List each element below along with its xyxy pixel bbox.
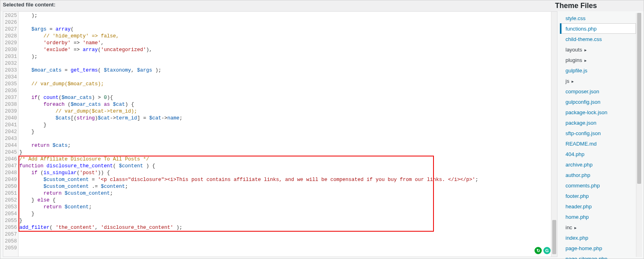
file-item-archive-php[interactable]: archive.php: [561, 159, 636, 170]
file-item-label: archive.php: [566, 162, 592, 168]
line-number: 2029: [3, 40, 17, 47]
code-line[interactable]: add_filter( 'the_content', 'disclosure_t…: [19, 224, 551, 231]
file-item-comments-php[interactable]: comments.php: [561, 180, 636, 191]
file-item-page-sitemap-php[interactable]: page-sitemap.php: [561, 253, 636, 259]
line-number: 2052: [3, 197, 17, 204]
chevron-right-icon: ▸: [574, 225, 577, 230]
scrollbar-thumb[interactable]: [637, 13, 641, 184]
code-line[interactable]: );: [19, 53, 551, 60]
code-line[interactable]: }: [19, 211, 551, 218]
file-item-label: index.php: [566, 235, 588, 241]
file-item-gulpfile-js[interactable]: gulpfile.js: [561, 65, 636, 76]
line-number: 2028: [3, 33, 17, 40]
code-line[interactable]: [19, 60, 551, 67]
editor-float-icons: ↻ G: [535, 247, 551, 254]
file-item-label: layouts: [566, 47, 582, 53]
folder-item-plugins[interactable]: plugins ▸: [561, 55, 636, 65]
line-number: 2059: [3, 245, 17, 252]
code-line[interactable]: /* Add Affiliate Disclosure To All Posts…: [19, 156, 551, 163]
code-line[interactable]: [19, 74, 551, 81]
line-number: 2035: [3, 81, 17, 88]
line-number: 2027: [3, 26, 17, 33]
code-line[interactable]: 'orderby' => 'name',: [19, 40, 551, 47]
file-item-index-php[interactable]: index.php: [561, 232, 636, 243]
file-item-author-php[interactable]: author.php: [561, 170, 636, 180]
line-number: 2043: [3, 136, 17, 142]
file-item-gulpconfig-json[interactable]: gulpconfig.json: [561, 97, 636, 107]
line-number: 2026: [3, 19, 17, 26]
line-number: 2031: [3, 53, 17, 60]
code-line[interactable]: [19, 19, 551, 26]
file-item-child-theme-css[interactable]: child-theme.css: [561, 34, 636, 44]
line-number: 2047: [3, 163, 17, 170]
code-line[interactable]: [19, 231, 551, 238]
theme-files-title: Theme Files: [555, 2, 641, 10]
file-item-readme-md[interactable]: README.md: [561, 138, 636, 149]
file-item-sftp-config-json[interactable]: sftp-config.json: [561, 128, 636, 138]
file-item-label: footer.php: [566, 193, 589, 199]
grammarly-icon[interactable]: G: [543, 247, 551, 254]
code-scroll-area[interactable]: ); $args = array( // 'hide_empty' => fal…: [19, 12, 551, 257]
file-item-label: author.php: [566, 172, 590, 178]
code-line[interactable]: // var_dump($moar_cats);: [19, 81, 551, 88]
line-number: 2045: [3, 149, 17, 156]
code-editor[interactable]: 2025202620272028202920302031203220332034…: [3, 11, 557, 257]
scrollbar-thumb[interactable]: [552, 220, 556, 254]
sidebar-vertical-scrollbar[interactable]: [636, 13, 642, 257]
folder-item-js[interactable]: js ▸: [561, 76, 636, 86]
file-item-label: sftp-config.json: [566, 130, 601, 136]
code-line[interactable]: [19, 245, 551, 252]
file-item-404-php[interactable]: 404.php: [561, 149, 636, 159]
file-item-footer-php[interactable]: footer.php: [561, 191, 636, 201]
code-line[interactable]: [19, 88, 551, 95]
line-number: 2046: [3, 156, 17, 163]
code-line[interactable]: } else {: [19, 197, 551, 204]
code-line[interactable]: 'exclude' => array('uncategorized'),: [19, 47, 551, 53]
code-line[interactable]: if (is_singular('post')) {: [19, 170, 551, 177]
file-item-label: header.php: [566, 204, 592, 210]
code-line[interactable]: [19, 136, 551, 142]
code-line[interactable]: $cats[(string)$cat->term_id] = $cat->nam…: [19, 115, 551, 122]
file-item-package-json[interactable]: package.json: [561, 117, 636, 128]
code-line[interactable]: foreach ($moar_cats as $cat) {: [19, 101, 551, 108]
theme-files-sidebar: style.cssfunctions.phpchild-theme.csslay…: [561, 13, 642, 257]
code-line[interactable]: // 'hide_empty' => false,: [19, 33, 551, 40]
code-line[interactable]: $custom_content = '<p class="disclosure"…: [19, 177, 551, 183]
file-item-composer-json[interactable]: composer.json: [561, 86, 636, 97]
code-line[interactable]: $custom_content .= $content;: [19, 183, 551, 190]
file-item-home-php[interactable]: home.php: [561, 212, 636, 222]
file-item-header-php[interactable]: header.php: [561, 201, 636, 212]
code-line[interactable]: }: [19, 149, 551, 156]
refresh-icon[interactable]: ↻: [535, 247, 542, 254]
file-item-package-lock-json[interactable]: package-lock.json: [561, 107, 636, 117]
editor-header: Selected file content: Theme Files: [0, 0, 644, 11]
folder-item-inc[interactable]: inc ▸: [561, 222, 636, 232]
code-line[interactable]: return $content;: [19, 204, 551, 211]
file-item-page-home-php[interactable]: page-home.php: [561, 243, 636, 253]
file-item-functions-php[interactable]: functions.php: [561, 23, 636, 34]
file-item-label: gulpfile.js: [566, 68, 587, 74]
code-line[interactable]: return $custom_content;: [19, 190, 551, 197]
file-item-style-css[interactable]: style.css: [561, 13, 636, 23]
code-line[interactable]: );: [19, 12, 551, 19]
folder-item-layouts[interactable]: layouts ▸: [561, 44, 636, 55]
code-line[interactable]: $args = array(: [19, 26, 551, 33]
file-item-label: composer.json: [566, 88, 599, 95]
file-item-label: plugins: [566, 57, 582, 63]
code-line[interactable]: function disclosure_the_content( $conten…: [19, 163, 551, 170]
file-item-label: functions.php: [566, 26, 597, 32]
file-item-label: home.php: [566, 214, 589, 220]
line-number: 2037: [3, 95, 17, 101]
code-line[interactable]: // var_dump($cat->term_id);: [19, 108, 551, 115]
code-line[interactable]: return $cats;: [19, 142, 551, 149]
code-line[interactable]: }: [19, 218, 551, 224]
code-line[interactable]: $moar_cats = get_terms( $taxonomy, $args…: [19, 67, 551, 74]
line-number: 2040: [3, 115, 17, 122]
code-line[interactable]: [19, 238, 551, 245]
code-line[interactable]: }: [19, 129, 551, 136]
line-number: 2048: [3, 170, 17, 177]
code-line[interactable]: if( count($moar_cats) > 0){: [19, 95, 551, 101]
line-number: 2042: [3, 129, 17, 136]
code-line[interactable]: }: [19, 122, 551, 129]
editor-vertical-scrollbar[interactable]: [551, 12, 557, 257]
